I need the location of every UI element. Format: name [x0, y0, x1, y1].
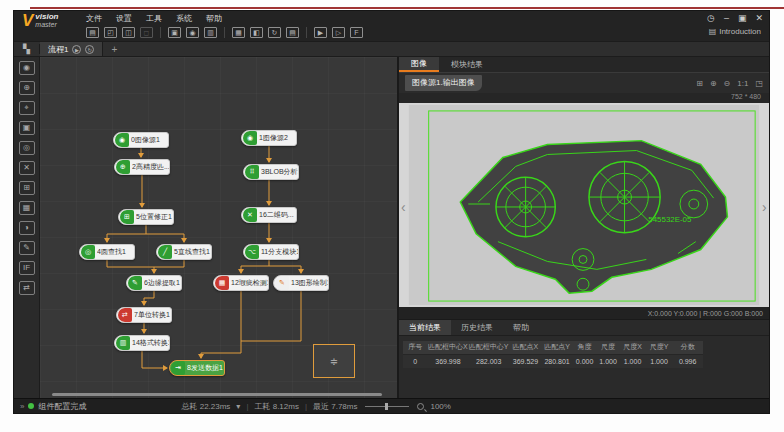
layout-icon[interactable]: ▣ — [168, 27, 181, 38]
flow-node-icon: ⌥ — [245, 245, 259, 259]
canvas-horizontal-scrollbar[interactable] — [52, 393, 382, 396]
alignment-icon[interactable]: ⊞ — [19, 181, 35, 195]
zoom-out-icon[interactable]: ⊖ — [724, 79, 731, 88]
results-tab-0[interactable]: 当前结果 — [399, 320, 451, 335]
prev-image-arrow[interactable]: ‹ — [401, 199, 406, 215]
fit-view-icon[interactable]: ⊞ — [696, 79, 703, 88]
results-column-header: 序号 — [403, 341, 427, 354]
menu-item-3[interactable]: 系统 — [176, 13, 192, 24]
flow-tab-active[interactable]: 流程1 ▶ ↻ — [40, 42, 103, 56]
export-icon[interactable]: ◻ — [140, 27, 153, 38]
calibration-icon[interactable]: ✕ — [19, 161, 35, 175]
flow-node-label: 5直线查找1 — [174, 247, 211, 257]
location-icon[interactable]: ⊕ — [19, 81, 35, 95]
canvas-zoom-slider[interactable] — [365, 406, 409, 407]
expand-icon[interactable]: ◳ — [755, 79, 763, 88]
results-tab-2[interactable]: 帮助 — [503, 320, 539, 335]
collapse-icon[interactable]: » — [14, 402, 28, 411]
image-viewport[interactable]: 545532E-05 ‹ › — [399, 103, 769, 307]
flow-run-icon[interactable]: ▶ — [72, 45, 81, 54]
flow-node-3[interactable]: ⠿3BLOB分析1 — [243, 164, 299, 180]
next-image-arrow[interactable]: › — [762, 199, 767, 215]
recording-border — [30, 7, 784, 9]
viewer-toolbar: ⊞⊕⊖1:1◳ — [696, 79, 763, 88]
flow-node-12[interactable]: ⇄7单位转换1 — [116, 307, 172, 323]
flow-node-icon: ╱ — [158, 245, 172, 259]
canvas-overview-widget[interactable]: ≑ — [313, 344, 355, 378]
results-column-header: 尺度 — [597, 341, 619, 354]
menu-bar: 文件设置工具系统帮助 — [82, 11, 769, 24]
save-as-icon[interactable]: ◫ — [122, 27, 135, 38]
logo-line2: master — [35, 21, 58, 29]
close-icon[interactable]: ✕ — [755, 13, 763, 23]
timing-dropdown-icon[interactable]: ▾ — [236, 402, 240, 411]
tab-module-result[interactable]: 模块结果 — [439, 57, 495, 72]
results-body: 0369.998282.003369.529280.8010.0001.0001… — [403, 354, 703, 368]
menu-item-1[interactable]: 设置 — [116, 13, 132, 24]
flow-tree-icon[interactable]: ▚ — [14, 44, 40, 54]
flow-node-8[interactable]: ⌥11分支模块1 — [243, 244, 299, 260]
zoom-in-icon[interactable]: ⊕ — [710, 79, 717, 88]
table-row[interactable]: 0369.998282.003369.529280.8010.0001.0001… — [403, 354, 703, 368]
results-tabs: 当前结果历史结果帮助 — [399, 320, 769, 336]
recognition-icon[interactable]: ▣ — [19, 121, 35, 135]
flow-node-11[interactable]: ✎13图形绘制1 — [273, 275, 329, 291]
image-processing-icon[interactable]: ▦ — [19, 201, 35, 215]
flow-canvas[interactable]: ≑ ◉0图像源1◉1图像源2⊕2高精度匹...⠿3BLOB分析1⊞5位置修正1✕… — [40, 57, 397, 398]
results-column-header: 匹配框中心X — [427, 341, 468, 354]
one-to-one-icon[interactable]: 1:1 — [737, 79, 748, 88]
flow-node-5[interactable]: ✕16二维码... — [241, 207, 297, 223]
run-icon[interactable]: ▶ — [314, 27, 327, 38]
restore-icon[interactable]: ▣ — [738, 13, 747, 23]
color-processing-icon[interactable]: ◑ — [19, 221, 35, 235]
total-time-label: 总耗 22.23ms — [181, 401, 230, 412]
save-icon[interactable]: ▤ — [86, 27, 99, 38]
table-cell: 1.000 — [597, 354, 619, 368]
menu-item-0[interactable]: 文件 — [86, 13, 102, 24]
flow-node-icon: ▥ — [116, 336, 130, 350]
introduction-label: Introduction — [719, 27, 761, 36]
global-refresh-icon[interactable]: ↻ — [268, 27, 281, 38]
image-resolution-label: 752 * 480 — [731, 93, 761, 103]
flow-node-7[interactable]: ╱5直线查找1 — [156, 244, 212, 260]
flow-node-10[interactable]: ▦12瑕疵检测1 — [213, 275, 269, 291]
flow-node-13[interactable]: ▥14格式转换1 — [114, 335, 170, 351]
function-icon[interactable]: F — [350, 27, 363, 38]
history-icon[interactable]: ◷ — [707, 13, 715, 23]
measure-icon[interactable]: ⌖ — [19, 101, 35, 115]
flow-node-9[interactable]: ✎6边缘提取1 — [126, 275, 182, 291]
table-cell: 369.529 — [509, 354, 542, 368]
status-bar: » 组件配置完成 总耗 22.23ms ▾ | 工耗 8.12ms | 最近 7… — [14, 398, 769, 413]
flow-node-0[interactable]: ◉0图像源1 — [113, 132, 169, 148]
minimize-icon[interactable]: – — [724, 13, 729, 23]
column-view-icon[interactable]: ▥ — [204, 27, 217, 38]
flow-node-4[interactable]: ⊞5位置修正1 — [118, 209, 174, 225]
flow-node-1[interactable]: ◉1图像源2 — [241, 130, 297, 146]
tab-image[interactable]: 图像 — [399, 57, 439, 72]
communication-icon[interactable]: ⇄ — [19, 281, 35, 295]
menu-item-4[interactable]: 帮助 — [206, 13, 222, 24]
flow-node-icon: ◉ — [115, 133, 129, 147]
logic-tool-icon[interactable]: IF — [19, 261, 35, 275]
introduction-link[interactable]: ▤ Introduction — [709, 27, 761, 36]
flow-node-6[interactable]: ◎4圆查找1 — [79, 244, 135, 260]
flow-node-14[interactable]: ⇥8发送数据1 — [169, 360, 225, 376]
introduction-icon: ▤ — [709, 27, 717, 36]
flow-loop-icon[interactable]: ↻ — [85, 45, 94, 54]
module-icon[interactable]: ◧ — [250, 27, 263, 38]
results-table: 序号匹配框中心X匹配框中心Y匹配点X匹配点Y角度尺度尺度X尺度Y分数 0369.… — [403, 341, 703, 368]
results-tab-1[interactable]: 历史结果 — [451, 320, 503, 335]
data-queue-icon[interactable]: ▤ — [286, 27, 299, 38]
run-once-icon[interactable]: ▷ — [332, 27, 345, 38]
image-source-subtab[interactable]: 图像源1.输出图像 — [405, 75, 482, 91]
defect-detection-icon[interactable]: ✎ — [19, 241, 35, 255]
film-icon[interactable]: ▦ — [232, 27, 245, 38]
flow-node-2[interactable]: ⊕2高精度匹... — [114, 159, 170, 175]
add-flow-button[interactable]: + — [103, 44, 125, 55]
menu-item-2[interactable]: 工具 — [146, 13, 162, 24]
results-column-header: 角度 — [572, 341, 596, 354]
acquisition-icon[interactable]: ◉ — [19, 61, 35, 75]
deep-learning-icon[interactable]: ◎ — [19, 141, 35, 155]
camera-icon[interactable]: ◉ — [186, 27, 199, 38]
open-folder-icon[interactable]: ◰ — [104, 27, 117, 38]
